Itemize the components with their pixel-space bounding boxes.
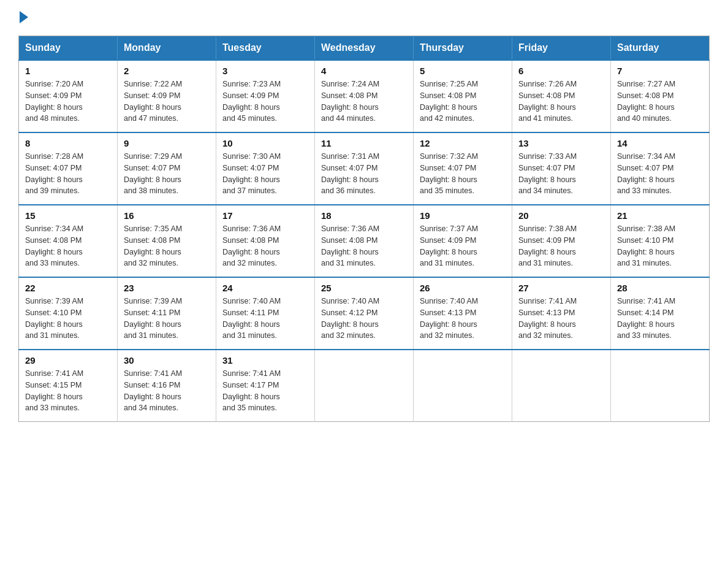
weekday-header-sunday: Sunday [19,36,118,61]
day-info: Sunrise: 7:41 AMSunset: 4:16 PMDaylight:… [124,368,210,414]
calendar-cell: 19Sunrise: 7:37 AMSunset: 4:09 PMDayligh… [414,205,512,277]
calendar-cell: 29Sunrise: 7:41 AMSunset: 4:15 PMDayligh… [19,350,118,422]
weekday-header-row: SundayMondayTuesdayWednesdayThursdayFrid… [19,36,710,61]
logo [18,12,28,23]
calendar-cell: 30Sunrise: 7:41 AMSunset: 4:16 PMDayligh… [118,350,216,422]
calendar-cell: 14Sunrise: 7:34 AMSunset: 4:07 PMDayligh… [611,132,710,205]
day-info: Sunrise: 7:39 AMSunset: 4:10 PMDaylight:… [25,296,111,342]
day-info: Sunrise: 7:41 AMSunset: 4:15 PMDaylight:… [25,368,111,414]
day-info: Sunrise: 7:40 AMSunset: 4:11 PMDaylight:… [222,296,308,342]
day-number: 9 [124,138,210,148]
day-number: 21 [617,210,703,221]
calendar-cell: 7Sunrise: 7:27 AMSunset: 4:08 PMDaylight… [611,60,710,132]
day-number: 5 [420,66,506,76]
day-info: Sunrise: 7:35 AMSunset: 4:08 PMDaylight:… [124,223,210,269]
day-number: 1 [25,66,111,76]
day-number: 16 [124,210,210,221]
calendar-cell: 18Sunrise: 7:36 AMSunset: 4:08 PMDayligh… [315,205,414,277]
day-info: Sunrise: 7:34 AMSunset: 4:07 PMDaylight:… [617,151,703,197]
day-number: 17 [222,210,308,221]
day-number: 8 [25,138,111,148]
weekday-header-saturday: Saturday [611,36,710,61]
calendar-cell: 24Sunrise: 7:40 AMSunset: 4:11 PMDayligh… [216,277,315,350]
day-info: Sunrise: 7:39 AMSunset: 4:11 PMDaylight:… [124,296,210,342]
calendar-cell [315,350,414,422]
calendar-cell: 13Sunrise: 7:33 AMSunset: 4:07 PMDayligh… [512,132,611,205]
day-info: Sunrise: 7:32 AMSunset: 4:07 PMDaylight:… [420,151,506,197]
day-info: Sunrise: 7:27 AMSunset: 4:08 PMDaylight:… [617,79,703,124]
calendar-cell: 12Sunrise: 7:32 AMSunset: 4:07 PMDayligh… [414,132,512,205]
day-info: Sunrise: 7:29 AMSunset: 4:07 PMDaylight:… [124,151,210,197]
calendar-cell: 31Sunrise: 7:41 AMSunset: 4:17 PMDayligh… [216,350,315,422]
calendar-cell: 26Sunrise: 7:40 AMSunset: 4:13 PMDayligh… [414,277,512,350]
day-number: 13 [518,138,604,148]
calendar-header: SundayMondayTuesdayWednesdayThursdayFrid… [19,36,710,61]
calendar-cell: 11Sunrise: 7:31 AMSunset: 4:07 PMDayligh… [315,132,414,205]
day-info: Sunrise: 7:37 AMSunset: 4:09 PMDaylight:… [420,223,506,269]
day-number: 19 [420,210,506,221]
calendar-cell [512,350,611,422]
calendar-cell: 15Sunrise: 7:34 AMSunset: 4:08 PMDayligh… [19,205,118,277]
calendar-cell [414,350,512,422]
day-number: 29 [25,355,111,366]
day-info: Sunrise: 7:40 AMSunset: 4:13 PMDaylight:… [420,296,506,342]
day-number: 18 [321,210,407,221]
day-info: Sunrise: 7:34 AMSunset: 4:08 PMDaylight:… [25,223,111,269]
day-number: 20 [518,210,604,221]
calendar-cell: 1Sunrise: 7:20 AMSunset: 4:09 PMDaylight… [19,60,118,132]
calendar-cell: 16Sunrise: 7:35 AMSunset: 4:08 PMDayligh… [118,205,216,277]
day-info: Sunrise: 7:20 AMSunset: 4:09 PMDaylight:… [25,79,111,124]
day-number: 15 [25,210,111,221]
day-number: 14 [617,138,703,148]
calendar-cell: 2Sunrise: 7:22 AMSunset: 4:09 PMDaylight… [118,60,216,132]
day-number: 26 [420,283,506,293]
calendar-cell: 23Sunrise: 7:39 AMSunset: 4:11 PMDayligh… [118,277,216,350]
day-info: Sunrise: 7:33 AMSunset: 4:07 PMDaylight:… [518,151,604,197]
day-number: 7 [617,66,703,76]
day-number: 22 [25,283,111,293]
day-number: 23 [124,283,210,293]
calendar-cell: 6Sunrise: 7:26 AMSunset: 4:08 PMDaylight… [512,60,611,132]
calendar-cell: 5Sunrise: 7:25 AMSunset: 4:08 PMDaylight… [414,60,512,132]
day-info: Sunrise: 7:30 AMSunset: 4:07 PMDaylight:… [222,151,308,197]
weekday-header-friday: Friday [512,36,611,61]
day-number: 6 [518,66,604,76]
logo-row [18,12,28,23]
day-info: Sunrise: 7:31 AMSunset: 4:07 PMDaylight:… [321,151,407,197]
weekday-header-tuesday: Tuesday [216,36,315,61]
calendar-week-4: 22Sunrise: 7:39 AMSunset: 4:10 PMDayligh… [19,277,710,350]
day-number: 3 [222,66,308,76]
calendar-cell: 21Sunrise: 7:38 AMSunset: 4:10 PMDayligh… [611,205,710,277]
day-number: 31 [222,355,308,366]
calendar-week-2: 8Sunrise: 7:28 AMSunset: 4:07 PMDaylight… [19,132,710,205]
logo-arrow-icon [20,11,28,23]
page-header [18,12,710,23]
day-info: Sunrise: 7:24 AMSunset: 4:08 PMDaylight:… [321,79,407,124]
calendar-cell: 17Sunrise: 7:36 AMSunset: 4:08 PMDayligh… [216,205,315,277]
day-info: Sunrise: 7:41 AMSunset: 4:13 PMDaylight:… [518,296,604,342]
day-number: 11 [321,138,407,148]
calendar-body: 1Sunrise: 7:20 AMSunset: 4:09 PMDaylight… [19,60,710,422]
weekday-header-thursday: Thursday [414,36,512,61]
calendar-cell: 20Sunrise: 7:38 AMSunset: 4:09 PMDayligh… [512,205,611,277]
day-info: Sunrise: 7:38 AMSunset: 4:10 PMDaylight:… [617,223,703,269]
calendar-week-5: 29Sunrise: 7:41 AMSunset: 4:15 PMDayligh… [19,350,710,422]
calendar-cell [611,350,710,422]
day-number: 28 [617,283,703,293]
day-number: 12 [420,138,506,148]
day-number: 25 [321,283,407,293]
calendar-cell: 28Sunrise: 7:41 AMSunset: 4:14 PMDayligh… [611,277,710,350]
weekday-header-monday: Monday [118,36,216,61]
day-number: 2 [124,66,210,76]
day-info: Sunrise: 7:41 AMSunset: 4:17 PMDaylight:… [222,368,308,414]
calendar-cell: 25Sunrise: 7:40 AMSunset: 4:12 PMDayligh… [315,277,414,350]
calendar-cell: 22Sunrise: 7:39 AMSunset: 4:10 PMDayligh… [19,277,118,350]
calendar-cell: 3Sunrise: 7:23 AMSunset: 4:09 PMDaylight… [216,60,315,132]
calendar-cell: 8Sunrise: 7:28 AMSunset: 4:07 PMDaylight… [19,132,118,205]
calendar-table: SundayMondayTuesdayWednesdayThursdayFrid… [18,36,710,422]
calendar-week-1: 1Sunrise: 7:20 AMSunset: 4:09 PMDaylight… [19,60,710,132]
day-info: Sunrise: 7:23 AMSunset: 4:09 PMDaylight:… [222,79,308,124]
day-info: Sunrise: 7:38 AMSunset: 4:09 PMDaylight:… [518,223,604,269]
weekday-header-wednesday: Wednesday [315,36,414,61]
day-info: Sunrise: 7:40 AMSunset: 4:12 PMDaylight:… [321,296,407,342]
